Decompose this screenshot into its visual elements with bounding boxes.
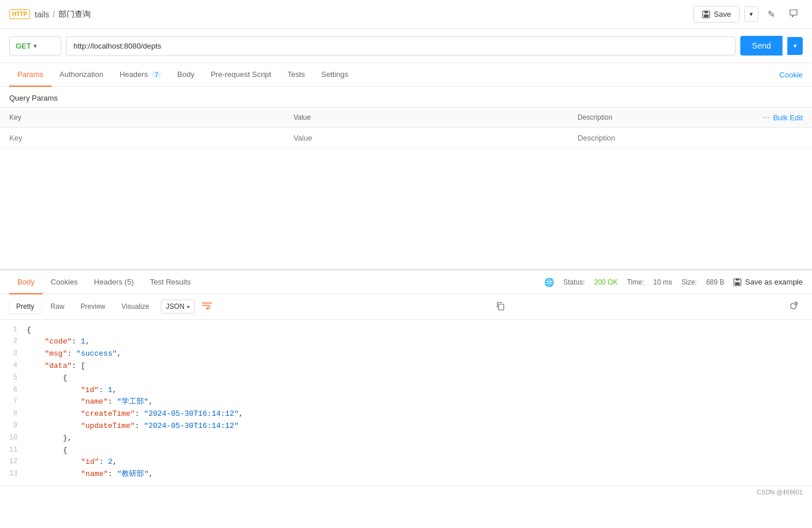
top-actions: Save ▾ ✎ (693, 6, 803, 23)
svg-rect-2 (704, 14, 708, 17)
json-line-3: 3 "msg": "success", (9, 348, 803, 360)
time-value: 10 ms (654, 278, 673, 286)
send-dropdown-button[interactable]: ▾ (787, 37, 803, 55)
status-label: Status: (563, 278, 585, 286)
params-table: Key Value Description ··· Bulk Edit (0, 107, 812, 149)
edit-icon-button[interactable]: ✎ (763, 6, 780, 22)
save-example-label: Save as example (745, 278, 803, 286)
wrap-button[interactable] (197, 299, 217, 314)
tab-tests[interactable]: Tests (279, 63, 313, 87)
headers-badge: 7 (152, 71, 161, 79)
json-line-9: 9 "updateTime": "2024-05-30T16:14:12" (9, 420, 803, 433)
query-params-header: Query Params (0, 87, 812, 107)
response-section: Body Cookies Headers (5) Test Results 🌐 … (0, 269, 812, 485)
time-label: Time: (627, 278, 644, 286)
globe-icon: 🌐 (544, 278, 554, 287)
save-example-button[interactable]: Save as example (733, 278, 803, 286)
value-input[interactable] (293, 134, 559, 142)
method-chevron-icon: ▾ (34, 43, 36, 49)
format-tab-pretty[interactable]: Pretty (9, 300, 41, 313)
json-line-11: 11 { (9, 445, 803, 457)
comment-icon-button[interactable] (784, 6, 803, 23)
table-row (0, 128, 812, 149)
tab-settings[interactable]: Settings (313, 63, 356, 87)
json-line-2: 2 "code": 1, (9, 336, 803, 348)
request-tabs: Params Authorization Headers 7 Body Pre-… (0, 63, 812, 87)
format-label: JSON (166, 302, 184, 311)
format-chevron-icon: ▾ (187, 304, 190, 310)
copy-button[interactable] (491, 299, 510, 315)
json-line-13: 13 "name": "教研部", (9, 468, 803, 481)
svg-rect-5 (735, 282, 740, 285)
breadcrumb: tails / 部门查询 (35, 9, 693, 20)
comment-icon (789, 9, 798, 18)
json-line-12: 12 "id": 2, (9, 456, 803, 468)
format-tab-preview[interactable]: Preview (73, 300, 112, 313)
method-select[interactable]: GET ▾ (9, 36, 61, 56)
top-bar: HTTP tails / 部门查询 Save ▾ ✎ (0, 0, 812, 29)
spacer (0, 149, 812, 269)
save-dropdown-button[interactable]: ▾ (744, 6, 758, 22)
response-tab-headers[interactable]: Headers (5) (86, 271, 142, 294)
svg-rect-1 (704, 11, 708, 13)
svg-rect-6 (499, 304, 504, 310)
tab-authorization[interactable]: Authorization (51, 63, 112, 87)
json-line-7: 7 "name": "学工部", (9, 396, 803, 408)
json-line-1: 1 { (9, 324, 803, 337)
description-input[interactable] (578, 134, 803, 142)
http-badge: HTTP (9, 9, 30, 19)
size-label: Size: (681, 278, 697, 286)
refresh-button[interactable] (784, 299, 803, 315)
format-tab-raw[interactable]: Raw (43, 300, 71, 313)
response-tab-body[interactable]: Body (9, 271, 43, 294)
format-bar: Pretty Raw Preview Visualize JSON ▾ (0, 294, 812, 320)
format-tab-visualize[interactable]: Visualize (115, 300, 156, 313)
size-value: 689 B (706, 278, 724, 286)
save-button[interactable]: Save (693, 6, 740, 23)
more-options-button[interactable]: ··· (762, 112, 769, 123)
json-line-6: 6 "id": 1, (9, 385, 803, 397)
bulk-edit-button[interactable]: Bulk Edit (773, 113, 803, 122)
url-input[interactable] (66, 36, 736, 56)
copy-icon (496, 301, 505, 311)
tab-headers[interactable]: Headers 7 (112, 63, 169, 87)
bottom-bar: CSDN @柯柯01 (0, 485, 812, 499)
save-example-icon (733, 278, 741, 286)
response-status: 🌐 Status: 200 OK Time: 10 ms Size: 689 B… (544, 278, 803, 287)
send-button[interactable]: Send (740, 36, 783, 56)
request-section: Query Params Key Value Description ··· B… (0, 87, 812, 149)
breadcrumb-parent: tails (35, 10, 49, 19)
description-cell (569, 128, 812, 149)
refresh-icon (789, 301, 798, 311)
response-tabs: Body Cookies Headers (5) Test Results 🌐 … (0, 271, 812, 294)
col-key: Key (0, 108, 284, 128)
watermark: CSDN @柯柯01 (756, 488, 803, 497)
wrap-icon (202, 301, 212, 309)
svg-rect-4 (736, 279, 739, 280)
status-value: 200 OK (594, 278, 618, 286)
breadcrumb-separator: / (53, 10, 55, 19)
response-tab-test-results[interactable]: Test Results (142, 271, 199, 294)
cookie-link[interactable]: Cookie (780, 71, 803, 79)
breadcrumb-current: 部门查询 (58, 9, 91, 20)
json-line-8: 8 "createTime": "2024-05-30T16:14:12", (9, 408, 803, 420)
json-viewer: 1 { 2 "code": 1, 3 "msg": "success", 4 "… (0, 320, 812, 485)
save-icon (702, 10, 710, 19)
url-bar: GET ▾ Send ▾ (0, 29, 812, 63)
json-line-10: 10 }, (9, 433, 803, 445)
key-input[interactable] (9, 134, 275, 142)
tab-pre-request[interactable]: Pre-request Script (202, 63, 279, 87)
col-description-label: Description (578, 113, 612, 121)
response-tab-cookies[interactable]: Cookies (43, 271, 86, 294)
value-cell (284, 128, 568, 149)
format-select[interactable]: JSON ▾ (161, 300, 195, 313)
json-line-5: 5 { (9, 372, 803, 385)
tab-params[interactable]: Params (9, 63, 51, 87)
json-line-4: 4 "data": [ (9, 360, 803, 372)
col-value: Value (284, 108, 568, 128)
tab-body[interactable]: Body (169, 63, 203, 87)
save-label: Save (714, 10, 731, 19)
method-label: GET (16, 42, 31, 50)
key-cell (0, 128, 284, 149)
col-description: Description ··· Bulk Edit (569, 108, 812, 128)
